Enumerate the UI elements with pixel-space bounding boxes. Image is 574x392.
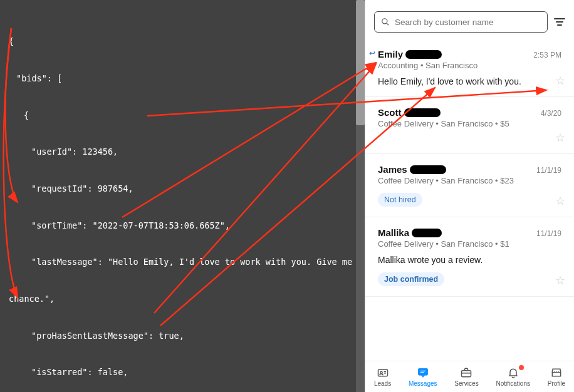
code-line: { <box>9 36 356 48</box>
json-code-pane: { "bids": [ { "userId": 123456, "request… <box>0 0 365 392</box>
messages-list: ↩ Emily 2:53 PM Accounting • San Francis… <box>365 39 574 361</box>
tab-services[interactable]: Services <box>454 366 478 387</box>
code-scrollbar[interactable] <box>356 0 365 392</box>
code-line: "sortTime": "2022-07-07T18:53:06.665Z", <box>9 220 356 232</box>
svg-rect-2 <box>378 369 387 376</box>
svg-rect-6 <box>418 368 427 375</box>
reply-icon: ↩ <box>369 49 375 58</box>
timestamp: 2:53 PM <box>533 51 561 59</box>
tab-label: Profile <box>548 380 565 387</box>
meta-line: Coffee Delivery • San Francisco • $1 <box>378 239 561 249</box>
tab-bar: Leads Messages Services Notifications Pr… <box>365 361 574 392</box>
filter-button[interactable] <box>554 16 565 28</box>
redacted-text <box>404 108 441 117</box>
star-icon[interactable]: ☆ <box>555 194 565 208</box>
timestamp: 11/1/19 <box>536 166 561 175</box>
code-line: "requestId": 987654, <box>9 183 356 195</box>
meta-line: Coffee Delivery • San Francisco • $23 <box>378 176 561 185</box>
svg-point-3 <box>380 371 382 373</box>
id-card-icon <box>377 366 389 379</box>
code-line: "lastMessage": "Hello Emily, I'd love to… <box>9 256 356 269</box>
code-line: "userId": 123456, <box>9 146 356 158</box>
code-line: "bids": [ <box>9 73 356 85</box>
search-box[interactable] <box>374 11 548 33</box>
svg-point-0 <box>382 19 387 24</box>
message-row[interactable]: James 11/1/19 Coffee Delivery • San Fran… <box>365 154 574 217</box>
last-message: Hello Emily, I'd love to work with you. <box>378 76 561 86</box>
message-row[interactable]: Mallika 11/1/19 Coffee Delivery • San Fr… <box>365 217 574 297</box>
star-icon[interactable]: ☆ <box>555 74 565 88</box>
customer-name: Emily <box>378 49 442 59</box>
message-row[interactable]: ↩ Emily 2:53 PM Accounting • San Francis… <box>365 39 574 97</box>
message-row[interactable]: Scott 4/3/20 Coffee Delivery • San Franc… <box>365 97 574 154</box>
code-line: chance.", <box>9 293 356 306</box>
star-icon[interactable]: ☆ <box>555 131 565 145</box>
tab-label: Services <box>454 380 478 387</box>
search-input[interactable] <box>395 18 541 27</box>
redacted-text <box>405 50 442 59</box>
status-badge: Not hired <box>378 193 422 207</box>
scroll-thumb[interactable] <box>356 0 365 125</box>
meta-line: Accounting • San Francisco <box>378 61 561 70</box>
code-line: { <box>9 110 356 122</box>
search-bar <box>365 0 574 39</box>
redacted-text <box>412 229 442 237</box>
customer-name: Mallika <box>378 227 442 238</box>
code-line: "proHasSentLastMessage": true, <box>9 330 356 343</box>
tab-label: Messages <box>409 380 437 387</box>
tab-leads[interactable]: Leads <box>374 366 391 387</box>
chat-icon <box>417 366 429 379</box>
storefront-icon <box>550 366 563 379</box>
code-line: "isStarred": false, <box>9 366 356 379</box>
tab-label: Leads <box>374 380 391 387</box>
briefcase-icon <box>460 366 472 379</box>
customer-name: Scott <box>378 107 441 118</box>
tab-notifications[interactable]: Notifications <box>496 366 530 387</box>
tab-profile[interactable]: Profile <box>548 366 565 387</box>
redacted-text <box>410 165 446 174</box>
timestamp: 4/3/20 <box>541 109 561 118</box>
customer-name: James <box>378 164 446 175</box>
messages-app: ↩ Emily 2:53 PM Accounting • San Francis… <box>365 0 574 392</box>
last-message: Mallika wrote you a review. <box>378 255 561 265</box>
meta-line: Coffee Delivery • San Francisco • $5 <box>378 119 561 128</box>
svg-rect-9 <box>462 371 471 377</box>
svg-line-1 <box>387 23 389 25</box>
notification-dot <box>519 365 524 370</box>
timestamp: 11/1/19 <box>536 229 561 238</box>
search-icon <box>381 18 390 26</box>
tab-label: Notifications <box>496 380 530 387</box>
star-icon[interactable]: ☆ <box>555 274 565 287</box>
status-badge: Job confirmed <box>378 272 444 286</box>
tab-messages[interactable]: Messages <box>409 366 437 387</box>
bell-icon <box>507 366 519 379</box>
